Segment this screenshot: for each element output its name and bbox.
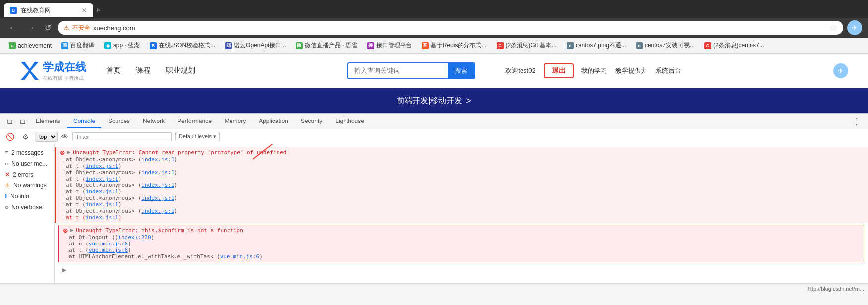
error-2-link-2[interactable]: vue.min.js:6: [89, 241, 128, 247]
bookmark-wechat[interactable]: 微 微信直播产品 · 语雀: [292, 40, 361, 51]
error-2-link-3[interactable]: vue.min.js:6: [89, 247, 128, 253]
security-icon: ⚠: [64, 24, 69, 31]
bookmark-centos-install[interactable]: c centos7安装可视...: [632, 40, 698, 51]
error-2-header: ⊗ ▶ Uncaught TypeError: this.$confirm is…: [63, 227, 860, 234]
nav-home[interactable]: 首页: [106, 66, 121, 75]
error-2-stack-1: at Ot.logout ((index):270): [69, 234, 860, 241]
stack-link-1[interactable]: index.js:1: [141, 156, 174, 163]
bookmark-redis[interactable]: 基 基于Redis的分布式...: [418, 40, 491, 51]
banner-text: 前端开发|移动开发: [397, 96, 462, 106]
error-2-link-4[interactable]: vue.min.js:6: [220, 253, 259, 260]
bookmark-icon-nuoyun: 诺: [225, 42, 232, 49]
error-1-expand[interactable]: ▶: [67, 149, 71, 155]
sidebar-item-verbose[interactable]: ○ No verbose: [0, 202, 54, 213]
devtools-tab-security[interactable]: Security: [295, 115, 328, 128]
stack-link-3[interactable]: index.js:1: [141, 169, 174, 176]
bookmark-label-achievement: achievement: [18, 42, 52, 49]
stack-link-4[interactable]: index.js:1: [86, 176, 118, 182]
devtools-tab-network[interactable]: Network: [137, 115, 171, 128]
error-2-stack-2: at n (vue.min.js:6): [69, 241, 860, 247]
bookmark-icon-baidu: 百: [61, 42, 68, 49]
devtools-tab-console[interactable]: Console: [67, 115, 101, 128]
bookmark-icon-api: 接: [367, 42, 374, 49]
error-2-stack: at Ot.logout ((index):270) at n (vue.min…: [63, 234, 860, 260]
teach-link[interactable]: 教学提供力: [615, 66, 647, 75]
bookmark-baidu-translate[interactable]: 百 百度翻译: [58, 40, 98, 51]
bookmark-icon-centos7: C: [704, 42, 711, 49]
refresh-btn[interactable]: ↺: [42, 21, 54, 35]
nav-course[interactable]: 课程: [136, 66, 151, 75]
new-tab-btn[interactable]: +: [95, 3, 101, 17]
stack-link-10[interactable]: index.js:1: [86, 214, 118, 221]
devtools-tab-lighthouse[interactable]: Lighthouse: [329, 115, 370, 128]
stack-link-9[interactable]: index.js:1: [141, 208, 174, 214]
bookmark-label-git: (2条消息)Git 基本...: [506, 41, 557, 50]
bookmark-label-redis: 基于Redis的分布式...: [431, 41, 487, 50]
sidebar-user-messages-label: No user me...: [11, 160, 47, 167]
sidebar-warnings-label: No warnings: [13, 182, 47, 189]
sidebar-item-info[interactable]: ℹ No info: [0, 191, 54, 202]
back-btn[interactable]: ←: [6, 21, 20, 34]
devtools-sidebar: ≡ 2 messages ○ No user me... ✕ 2 errors …: [0, 144, 55, 283]
stack-link-7[interactable]: index.js:1: [141, 195, 174, 201]
bookmark-label-api: 接口管理平台: [376, 41, 412, 50]
devtools-tab-memory[interactable]: Memory: [219, 115, 252, 128]
settings-btn[interactable]: ⚙: [20, 132, 31, 142]
devtools-tab-application[interactable]: Application: [253, 115, 294, 128]
context-selector[interactable]: top: [35, 132, 58, 142]
bookmark-icon-redis: 基: [422, 42, 429, 49]
console-expand-btn[interactable]: ▶: [62, 267, 66, 273]
error-2-expand[interactable]: ▶: [70, 227, 74, 233]
verbose-icon: ○: [5, 204, 8, 211]
error-block-2-highlighted: ⊗ ▶ Uncaught TypeError: this.$confirm is…: [58, 225, 864, 262]
bookmark-btn[interactable]: ☆: [829, 22, 837, 33]
search-button[interactable]: 搜索: [448, 63, 474, 78]
default-levels-btn[interactable]: Default levels ▾: [175, 132, 220, 141]
bookmark-achievement[interactable]: a achievement: [5, 41, 56, 50]
devtools-tab-performance[interactable]: Performance: [172, 115, 218, 128]
search-input[interactable]: [348, 64, 448, 77]
sidebar-item-user-messages[interactable]: ○ No user me...: [0, 158, 54, 169]
stack-link-8[interactable]: index.js:1: [86, 201, 118, 208]
stack-link-2[interactable]: index.js:1: [86, 163, 118, 169]
filter-input[interactable]: [72, 132, 172, 141]
address-bar[interactable]: ⚠ 不安全 xuecheng.com ☆: [58, 21, 843, 35]
devtools-tab-elements[interactable]: Elements: [30, 115, 66, 128]
logo: 学成在线 在线有我·学有所成: [20, 60, 86, 82]
sidebar-item-errors[interactable]: ✕ 2 errors: [0, 169, 54, 180]
error-2-link-1[interactable]: index):270: [118, 234, 151, 241]
stack-line-2: at t (index.js:1): [66, 163, 864, 169]
bookmark-nuoyun[interactable]: 诺 诺云OpenApi接口...: [221, 40, 290, 51]
clear-console-btn[interactable]: 🚫: [4, 132, 16, 142]
nav-career[interactable]: 职业规划: [166, 66, 195, 75]
bookmark-centos7[interactable]: C (2条消息)centos7...: [700, 40, 768, 51]
bookmarks-bar: a achievement 百 百度翻译 ◈ app · 蓝湖 B 在线JSON…: [0, 38, 868, 54]
logo-main-text: 学成在线: [43, 60, 86, 75]
devtools-tab-sources[interactable]: Sources: [102, 115, 136, 128]
banner-arrow: >: [466, 96, 471, 106]
devtools-more-btn[interactable]: ⋮: [849, 116, 864, 127]
stack-link-6[interactable]: index.js:1: [86, 188, 118, 195]
sidebar-item-warnings[interactable]: ⚠ No warnings: [0, 180, 54, 191]
my-study-link[interactable]: 我的学习: [581, 66, 607, 75]
bookmark-icon-centos-ping: c: [567, 42, 574, 49]
sidebar-item-messages[interactable]: ≡ 2 messages: [0, 147, 54, 158]
logout-button[interactable]: 退出: [544, 63, 574, 78]
devtools-device-btn[interactable]: ⊟: [17, 118, 29, 125]
active-tab[interactable]: B 在线教育网 ✕: [4, 3, 93, 17]
bookmark-git[interactable]: C (2条消息)Git 基本...: [493, 40, 561, 51]
tab-close-btn[interactable]: ✕: [81, 6, 87, 14]
bookmark-label-app: app · 蓝湖: [113, 41, 140, 50]
bookmark-centos-ping[interactable]: c centos7 ping不通...: [563, 40, 630, 51]
user-messages-icon: ○: [5, 160, 8, 167]
bookmark-api[interactable]: 接 接口管理平台: [363, 40, 416, 51]
bookmark-icon-centos-install: c: [636, 42, 643, 49]
stack-link-5[interactable]: index.js:1: [141, 182, 174, 188]
forward-btn[interactable]: →: [24, 21, 38, 34]
browser-chrome: B 在线教育网 ✕ + ← → ↺ ⚠ 不安全 xuecheng.com ☆ ✈…: [0, 0, 868, 54]
eye-btn[interactable]: 👁: [61, 133, 68, 141]
admin-link[interactable]: 系统后台: [655, 66, 681, 75]
bookmark-app-lanhue[interactable]: ◈ app · 蓝湖: [100, 40, 144, 51]
bookmark-json[interactable]: B 在线JSON校验格式...: [146, 40, 219, 51]
devtools-inspect-btn[interactable]: ⊡: [4, 118, 16, 125]
